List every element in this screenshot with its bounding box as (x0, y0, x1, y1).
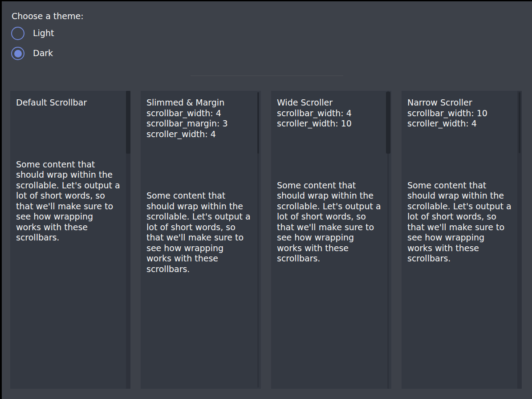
panel-title: Slimmed & Margin (146, 98, 253, 108)
panel-prop: scrollbar_width: 4 (146, 108, 253, 119)
panel-title: Default Scrollbar (16, 98, 123, 108)
panel-content: Default Scrollbar Some content that shou… (10, 91, 130, 243)
panel-prop: scrollbar_margin: 3 (146, 118, 253, 129)
radio-icon (11, 27, 24, 40)
scrollbar-thumb[interactable] (386, 92, 390, 154)
panel-wide-scroller[interactable]: Wide Scroller scrollbar_width: 4 scrolle… (271, 91, 391, 389)
panel-prop: scrollbar_width: 10 (407, 108, 514, 119)
panel-content: Narrow Scroller scrollbar_width: 10 scro… (402, 91, 522, 264)
panel-title: Wide Scroller (277, 98, 384, 108)
app-window: Choose a theme: Light Dark Default Scrol… (0, 0, 532, 399)
spacer (16, 108, 130, 159)
spacer (277, 129, 391, 180)
panel-default-scrollbar[interactable]: Default Scrollbar Some content that shou… (10, 91, 130, 389)
panel-narrow-scroller[interactable]: Narrow Scroller scrollbar_width: 10 scro… (402, 91, 522, 389)
panel-content: Wide Scroller scrollbar_width: 4 scrolle… (271, 91, 391, 264)
panel-body-text: Some content that should wrap within the… (407, 180, 512, 264)
panel-body-text: Some content that should wrap within the… (146, 191, 251, 274)
radio-label: Dark (33, 48, 53, 59)
radio-option-light[interactable]: Light (11, 27, 54, 40)
choose-theme-label: Choose a theme: (12, 11, 84, 22)
panels-row: Default Scrollbar Some content that shou… (10, 91, 522, 389)
radio-icon (11, 47, 24, 60)
radio-dot-icon (14, 50, 22, 57)
scrollbar-thumb[interactable] (126, 91, 130, 154)
scrollbar-thumb[interactable] (519, 92, 520, 153)
spacer (146, 139, 261, 191)
radio-option-dark[interactable]: Dark (11, 47, 53, 60)
radio-label: Light (33, 28, 54, 39)
horizontal-divider (191, 75, 343, 76)
panel-title: Narrow Scroller (407, 98, 514, 108)
panel-content: Slimmed & Margin scrollbar_width: 4 scro… (141, 91, 261, 274)
panel-body-text: Some content that should wrap within the… (16, 159, 120, 243)
spacer (407, 129, 522, 180)
scrollbar-thumb[interactable] (257, 92, 259, 154)
panel-prop: scroller_width: 10 (277, 118, 384, 129)
panel-slimmed-margin[interactable]: Slimmed & Margin scrollbar_width: 4 scro… (141, 91, 261, 389)
panel-prop: scrollbar_width: 4 (277, 108, 384, 119)
panel-prop: scroller_width: 4 (146, 129, 253, 140)
panel-body-text: Some content that should wrap within the… (277, 180, 381, 264)
panel-prop: scroller_width: 4 (407, 118, 514, 129)
